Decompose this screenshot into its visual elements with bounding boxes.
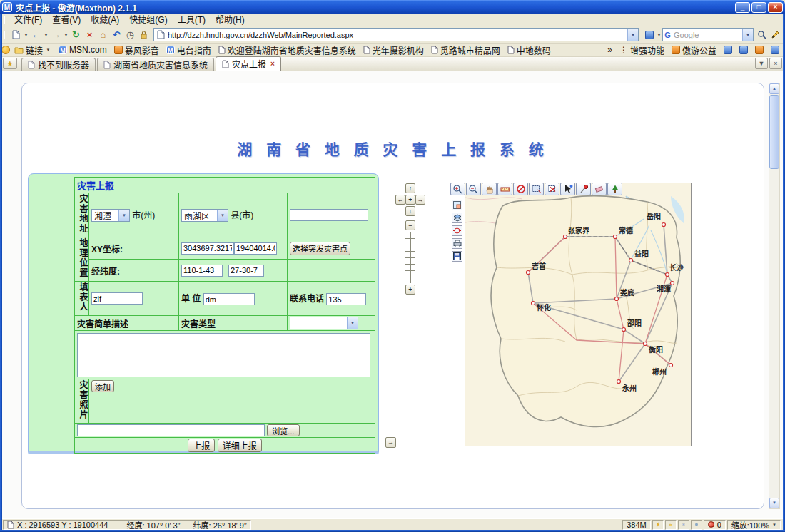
x-coordinate-input[interactable] [181, 242, 234, 255]
y-coordinate-input[interactable] [234, 242, 277, 255]
print-map-button[interactable] [452, 238, 462, 249]
history-button[interactable]: ◷ [123, 28, 137, 42]
new-page-dropdown[interactable]: ▼ [23, 28, 29, 42]
highlight-button[interactable] [769, 28, 782, 42]
zoom-center-button[interactable]: + [405, 195, 415, 205]
close-tab-button[interactable]: × [769, 58, 782, 69]
download-folder-button[interactable] [665, 520, 677, 530]
address-bar[interactable]: http://dzzh.hndh.gov.cn/dzzhWeb/MainRepo… [153, 28, 639, 41]
mark-point-button[interactable] [576, 183, 591, 195]
sidebar-toggle-button[interactable] [721, 44, 735, 56]
forward-button[interactable]: → [49, 28, 63, 42]
links-overflow-button[interactable]: » [604, 44, 615, 56]
scroll-down-button[interactable]: ▼ [769, 498, 779, 508]
enhance-features-button[interactable]: ⋮ 增强功能 [617, 44, 667, 56]
links-folder[interactable]: 链接 ▼ [11, 44, 54, 56]
forward-dropdown[interactable]: ▼ [63, 28, 69, 42]
scrollbar-thumb[interactable] [769, 95, 779, 169]
refresh-button[interactable]: ↻ [69, 28, 83, 42]
disaster-type-select[interactable]: ▼ [290, 317, 358, 329]
legend-button[interactable] [607, 183, 622, 195]
browse-button[interactable]: 浏览... [267, 424, 299, 436]
unit-input[interactable] [203, 293, 255, 305]
add-photo-button[interactable]: 添加 [91, 380, 114, 392]
proxy-button[interactable] [137, 28, 151, 42]
links-folder-dropdown[interactable]: ▼ [45, 43, 51, 57]
select-rectangle-button[interactable] [529, 183, 544, 195]
longitude-input[interactable] [181, 265, 223, 277]
tab-server-not-found[interactable]: 找不到服务器 [21, 58, 96, 71]
reporter-name-input[interactable] [91, 292, 143, 305]
menu-favorites[interactable]: 收藏(A) [86, 14, 124, 26]
address-url[interactable]: http://dzzh.hndh.gov.cn/dzzhWeb/MainRepo… [166, 31, 627, 39]
menu-view[interactable]: 查看(V) [47, 14, 86, 26]
layers-button[interactable] [452, 213, 462, 223]
county-select[interactable]: 雨湖区 ▼ [181, 209, 228, 222]
link-zhongdi-digital[interactable]: 中地数码 [505, 44, 554, 56]
split-view-button[interactable] [736, 44, 751, 56]
back-button[interactable]: ← [29, 28, 43, 42]
search-box[interactable]: G Google ▼ [662, 28, 754, 41]
pan-up-button[interactable]: ↑ [405, 183, 415, 193]
phone-input[interactable] [326, 293, 366, 305]
link-city-boutique[interactable]: 觅路城市精品网 [428, 44, 503, 56]
link-hunan-geohazard[interactable]: 欢迎登陆湖南省地质灾害信息系统 [216, 44, 359, 56]
undo-button[interactable]: ↶ [110, 28, 123, 42]
tab-close-icon[interactable]: × [270, 60, 275, 68]
pan-right-button[interactable]: → [415, 195, 425, 205]
description-textarea[interactable] [77, 333, 370, 377]
address-dropdown[interactable]: ▼ [627, 29, 638, 41]
close-button[interactable]: × [768, 2, 783, 13]
locate-button[interactable] [452, 225, 462, 236]
zoom-in-button[interactable] [450, 183, 465, 195]
maxthon-charity-button[interactable]: 傲游公益 [669, 44, 719, 56]
back-dropdown[interactable]: ▼ [43, 28, 49, 42]
clear-selection-button[interactable] [513, 183, 528, 195]
ad-hunter-button[interactable] [678, 520, 689, 530]
zoom-in-step-button[interactable]: + [405, 285, 415, 295]
erase-button[interactable] [592, 183, 607, 195]
photo-file-input[interactable] [77, 424, 265, 436]
search-button[interactable] [755, 28, 769, 42]
measure-distance-button[interactable] [497, 183, 512, 195]
minimize-button[interactable]: _ [735, 2, 750, 13]
city-select[interactable]: 湘潭 ▼ [91, 209, 130, 222]
save-map-button[interactable] [452, 251, 462, 262]
zoom-slider[interactable] [405, 232, 415, 283]
vertical-scrollbar[interactable]: ▲ ▼ [769, 83, 780, 509]
address-detail-input[interactable] [290, 209, 368, 221]
pan-left-button[interactable]: ← [395, 195, 405, 205]
menu-groups[interactable]: 快捷组(G) [124, 14, 172, 26]
proxy-button[interactable] [691, 520, 702, 530]
latitude-input[interactable] [228, 265, 264, 277]
scroll-up-button[interactable]: ▲ [769, 83, 779, 94]
map-canvas[interactable]: 张家界 常德 岳阳 吉首 益阳 长沙 怀化 娄底 湘潭 邵阳 衡阳 永州 郴州 [465, 183, 692, 446]
identify-button[interactable] [560, 183, 575, 195]
search-engine-dropdown[interactable]: ▼ [742, 29, 753, 41]
boost-button[interactable] [652, 520, 664, 530]
overview-map-button[interactable] [452, 200, 462, 210]
home-button[interactable]: ⌂ [96, 28, 110, 42]
quick-fill-button[interactable] [642, 28, 656, 42]
submit-report-button[interactable]: 上报 [188, 439, 215, 452]
link-photo-studio[interactable]: 光年摄影机构 [360, 44, 427, 56]
smiley-icon[interactable] [1, 46, 10, 54]
pan-down-button[interactable]: ↓ [405, 206, 415, 216]
tab-list-button[interactable]: ▼ [755, 58, 768, 69]
blocked-counter[interactable]: 0 [704, 520, 726, 530]
pick-disaster-point-button[interactable]: 选择突发灾害点 [290, 242, 350, 255]
deselect-button[interactable] [545, 183, 559, 195]
link-msn[interactable]: M MSN.com [56, 44, 110, 56]
menu-help[interactable]: 帮助(H) [211, 14, 250, 26]
link-radio-guide[interactable]: M 电台指南 [163, 44, 214, 56]
zoom-out-step-button[interactable]: − [405, 220, 415, 230]
expand-panel-button[interactable]: → [385, 437, 396, 448]
new-page-button[interactable] [9, 28, 23, 42]
menu-tools[interactable]: 工具(T) [173, 14, 211, 26]
favorites-star-button[interactable]: ★ [3, 58, 17, 69]
restore-button[interactable]: □ [751, 2, 766, 13]
tab-hunan-geohazard-info[interactable]: 湖南省地质灾害信息系统 [97, 58, 214, 71]
link-storm-player[interactable]: 暴风影音 [111, 44, 162, 56]
pan-button[interactable] [482, 183, 497, 195]
detailed-report-button[interactable]: 详细上报 [218, 439, 262, 452]
